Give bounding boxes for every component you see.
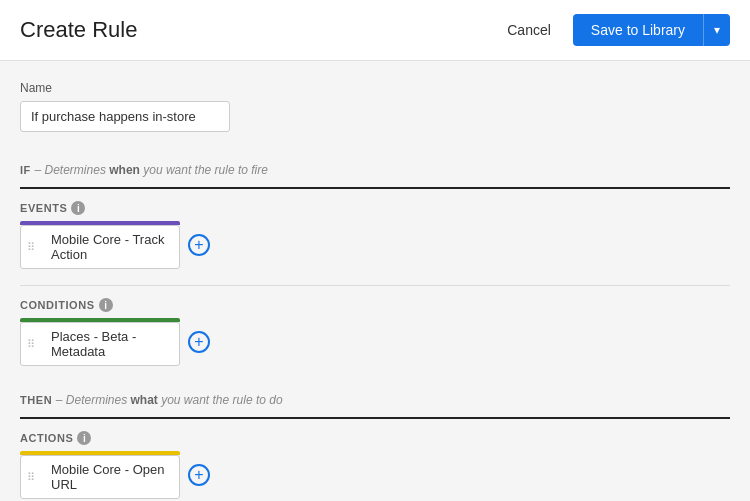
actions-item-row: ⠿ Mobile Core - Open URL + [20,451,730,499]
events-conditions-divider [20,285,730,286]
events-drag-handle[interactable]: ⠿ [21,235,41,260]
conditions-pill-inner: ⠿ Places - Beta - Metadata [21,323,179,365]
header-actions: Cancel Save to Library ▾ [495,14,730,46]
conditions-pill-text: Places - Beta - Metadata [41,323,179,365]
if-section-header: IF – Determines when you want the rule t… [20,152,730,189]
page-header: Create Rule Cancel Save to Library ▾ [0,0,750,61]
conditions-label: CONDITIONS [20,299,95,311]
add-condition-icon: + [188,331,210,353]
if-divider [20,187,730,189]
save-button-group: Save to Library ▾ [573,14,730,46]
actions-pill-inner: ⠿ Mobile Core - Open URL [21,456,179,498]
conditions-pill-item[interactable]: ⠿ Places - Beta - Metadata [20,322,180,366]
then-section-header: THEN – Determines what you want the rule… [20,382,730,419]
main-content: Name IF – Determines when you want the r… [0,61,750,499]
events-pill-inner: ⠿ Mobile Core - Track Action [21,226,179,268]
conditions-section: CONDITIONS i ⠿ Places - Beta - Metadata … [20,298,730,366]
events-pill-item[interactable]: ⠿ Mobile Core - Track Action [20,225,180,269]
add-action-icon: + [188,464,210,486]
then-label-row: THEN – Determines what you want the rule… [20,382,730,411]
if-subtitle: – Determines when you want the rule to f… [35,163,268,177]
conditions-item-row: ⠿ Places - Beta - Metadata + [20,318,730,366]
actions-pill: ⠿ Mobile Core - Open URL [20,451,180,499]
actions-section: ACTIONS i ⠿ Mobile Core - Open URL + [20,431,730,499]
add-condition-button[interactable]: + [188,331,210,353]
add-event-icon: + [188,234,210,256]
events-item-row: ⠿ Mobile Core - Track Action + [20,221,730,269]
actions-label: ACTIONS [20,432,73,444]
chevron-down-icon: ▾ [714,23,720,37]
if-label: IF [20,164,31,176]
conditions-drag-handle[interactable]: ⠿ [21,332,41,357]
actions-drag-handle[interactable]: ⠿ [21,465,41,490]
actions-info-icon[interactable]: i [77,431,91,445]
events-pill-text: Mobile Core - Track Action [41,226,179,268]
conditions-info-icon[interactable]: i [99,298,113,312]
actions-pill-text: Mobile Core - Open URL [41,456,179,498]
save-chevron-button[interactable]: ▾ [703,14,730,46]
cancel-button[interactable]: Cancel [495,16,563,44]
save-to-library-button[interactable]: Save to Library [573,14,703,46]
then-divider [20,417,730,419]
name-field-group: Name [20,81,730,132]
add-action-button[interactable]: + [188,464,210,486]
events-label: EVENTS [20,202,67,214]
actions-pill-item[interactable]: ⠿ Mobile Core - Open URL [20,455,180,499]
name-label: Name [20,81,730,95]
name-input[interactable] [20,101,230,132]
add-event-button[interactable]: + [188,234,210,256]
page-title: Create Rule [20,17,137,43]
if-label-row: IF – Determines when you want the rule t… [20,152,730,181]
conditions-pill: ⠿ Places - Beta - Metadata [20,318,180,366]
then-label: THEN [20,394,52,406]
events-info-icon[interactable]: i [71,201,85,215]
events-pill: ⠿ Mobile Core - Track Action [20,221,180,269]
events-section: EVENTS i ⠿ Mobile Core - Track Action + [20,201,730,269]
then-subtitle: – Determines what you want the rule to d… [56,393,283,407]
